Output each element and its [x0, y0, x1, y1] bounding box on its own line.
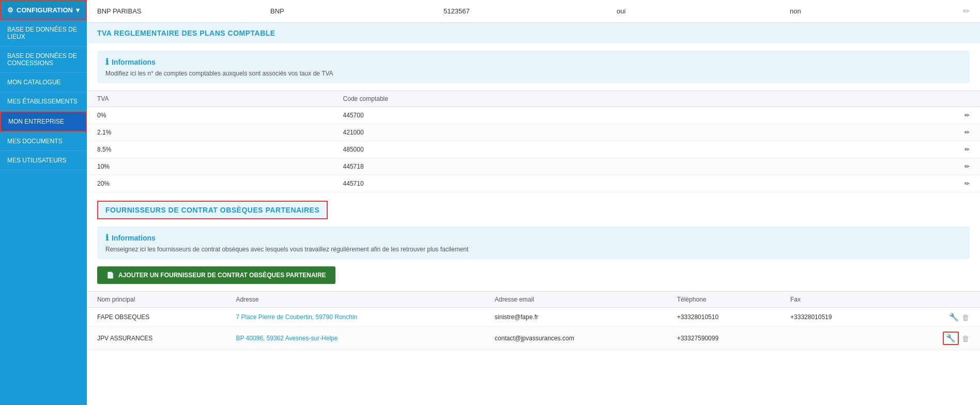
list-item: FAPE OBSEQUES 7 Place Pierre de Couberti…	[87, 308, 980, 327]
trash-icon[interactable]: 🗑	[962, 313, 970, 322]
bnp-oui: oui	[617, 7, 790, 15]
sidebar-item-label: MES UTILISATEURS	[7, 157, 66, 164]
bnp-name: BNP PARIBAS	[97, 7, 270, 15]
supplier-telephone: +33328010510	[667, 308, 780, 327]
fournisseurs-section-header: FOURNISSEURS DE CONTRAT OBSÈQUES PARTENA…	[97, 201, 328, 219]
sidebar-item-label: MES ÉTABLISSEMENTS	[7, 98, 78, 105]
sidebar-item-base-concessions[interactable]: BASE DE DONNÉES DE CONCESSIONS	[0, 47, 87, 73]
sidebar-item-mon-catalogue[interactable]: MON CATALOGUE	[0, 73, 87, 92]
sidebar-configuration-header[interactable]: ⚙ CONFIGURATION ▾	[0, 0, 87, 20]
tva-info-text: Modifiez ici les n° de comptes comptable…	[105, 70, 961, 77]
tva-edit-button[interactable]: ✏	[798, 141, 980, 158]
sidebar-item-label: MON ENTREPRISE	[8, 118, 64, 125]
table-row: 10% 445718 ✏	[87, 158, 980, 175]
supplier-actions: 🔧 🗑	[893, 308, 980, 327]
add-fournisseur-button[interactable]: 📄 AJOUTER UN FOURNISSEUR DE CONTRAT OBSÈ…	[97, 266, 335, 284]
sidebar-item-mon-entreprise[interactable]: MON ENTREPRISE	[0, 111, 87, 132]
tva-code: 445718	[333, 158, 798, 175]
add-file-icon: 📄	[106, 272, 114, 279]
bnp-code: BNP	[270, 7, 443, 15]
supplier-adresse: BP 40096, 59362 Avesnes-sur-Helpe	[225, 327, 484, 350]
tva-edit-button[interactable]: ✏	[798, 107, 980, 124]
sidebar-item-mes-documents[interactable]: MES DOCUMENTS	[0, 132, 87, 151]
bnp-number: 5123567	[443, 7, 617, 15]
supplier-telephone: +33327590099	[667, 327, 780, 350]
info-icon: ℹ	[105, 57, 109, 67]
wrench-icon[interactable]: 🔧	[943, 332, 959, 345]
tva-edit-button[interactable]: ✏	[798, 158, 980, 175]
tva-code: 445700	[333, 107, 798, 124]
sidebar-item-mes-utilisateurs[interactable]: MES UTILISATEURS	[0, 151, 87, 170]
wrench-icon[interactable]: 🔧	[949, 312, 959, 322]
tva-code: 485000	[333, 141, 798, 158]
tva-info-box: ℹ Informations Modifiez ici les n° de co…	[97, 51, 970, 83]
sidebar-item-label: BASE DE DONNÉES DE CONCESSIONS	[7, 52, 77, 67]
fournisseurs-section-wrap: FOURNISSEURS DE CONTRAT OBSÈQUES PARTENA…	[87, 192, 980, 219]
sidebar-item-label: MES DOCUMENTS	[7, 138, 63, 145]
table-row: 0% 445700 ✏	[87, 107, 980, 124]
supplier-col-adresse: Adresse	[225, 292, 484, 308]
tva-value: 0%	[87, 107, 333, 124]
supplier-col-actions	[893, 292, 980, 308]
tva-edit-button[interactable]: ✏	[798, 124, 980, 141]
sidebar-item-label: BASE DE DONNÉES DE LIEUX	[7, 26, 77, 40]
supplier-email: sinistre@fape.fr	[484, 308, 667, 327]
supplier-col-email: Adresse email	[484, 292, 667, 308]
tva-col-actions	[798, 91, 980, 107]
tva-col-code: Code comptable	[333, 91, 798, 107]
bnp-non: non	[790, 7, 963, 15]
supplier-nom: FAPE OBSEQUES	[87, 308, 225, 327]
tva-table: TVA Code comptable 0% 445700 ✏ 2.1% 4210…	[87, 91, 980, 192]
trash-icon[interactable]: 🗑	[962, 334, 970, 343]
fournisseurs-info-title: ℹ Informations	[105, 233, 961, 243]
fournisseurs-info-box: ℹ Informations Renseignez ici les fourni…	[97, 227, 970, 259]
supplier-table: Nom principal Adresse Adresse email Télé…	[87, 291, 980, 350]
tva-value: 20%	[87, 175, 333, 192]
sidebar: ⚙ CONFIGURATION ▾ BASE DE DONNÉES DE LIE…	[0, 0, 87, 405]
tva-col-tva: TVA	[87, 91, 333, 107]
tva-value: 2.1%	[87, 124, 333, 141]
supplier-fax	[780, 327, 893, 350]
supplier-col-nom: Nom principal	[87, 292, 225, 308]
table-row: 8.5% 485000 ✏	[87, 141, 980, 158]
supplier-adresse: 7 Place Pierre de Coubertin, 59790 Ronch…	[225, 308, 484, 327]
supplier-email: contact@jpvassurances.com	[484, 327, 667, 350]
supplier-col-fax: Fax	[780, 292, 893, 308]
supplier-nom: JPV ASSURANCES	[87, 327, 225, 350]
chevron-down-icon: ▾	[76, 6, 80, 14]
sidebar-item-label: MON CATALOGUE	[7, 79, 61, 86]
bnp-row: BNP PARIBAS BNP 5123567 oui non ✏	[87, 0, 980, 23]
sidebar-item-base-lieux[interactable]: BASE DE DONNÉES DE LIEUX	[0, 20, 87, 47]
tva-section-header: TVA REGLEMENTAIRE DES PLANS COMPTABLE	[87, 23, 980, 43]
fournisseurs-title: FOURNISSEURS DE CONTRAT OBSÈQUES PARTENA…	[105, 206, 319, 214]
info-icon-2: ℹ	[105, 233, 109, 243]
tva-value: 8.5%	[87, 141, 333, 158]
sidebar-item-mes-etablissements[interactable]: MES ÉTABLISSEMENTS	[0, 92, 87, 111]
list-item: JPV ASSURANCES BP 40096, 59362 Avesnes-s…	[87, 327, 980, 350]
sidebar-header-label: CONFIGURATION	[17, 6, 73, 14]
bnp-edit-button[interactable]: ✏	[963, 6, 970, 16]
tva-code: 445710	[333, 175, 798, 192]
table-row: 20% 445710 ✏	[87, 175, 980, 192]
supplier-col-telephone: Téléphone	[667, 292, 780, 308]
tva-code: 421000	[333, 124, 798, 141]
table-row: 2.1% 421000 ✏	[87, 124, 980, 141]
gear-icon: ⚙	[7, 6, 13, 14]
main-content: BNP PARIBAS BNP 5123567 oui non ✏ TVA RE…	[87, 0, 980, 405]
tva-edit-button[interactable]: ✏	[798, 175, 980, 192]
fournisseurs-info-text: Renseignez ici les fournisseurs de contr…	[105, 246, 961, 253]
tva-value: 10%	[87, 158, 333, 175]
tva-info-title: ℹ Informations	[105, 57, 961, 67]
supplier-fax: +33328010519	[780, 308, 893, 327]
supplier-actions: 🔧 🗑	[893, 327, 980, 350]
